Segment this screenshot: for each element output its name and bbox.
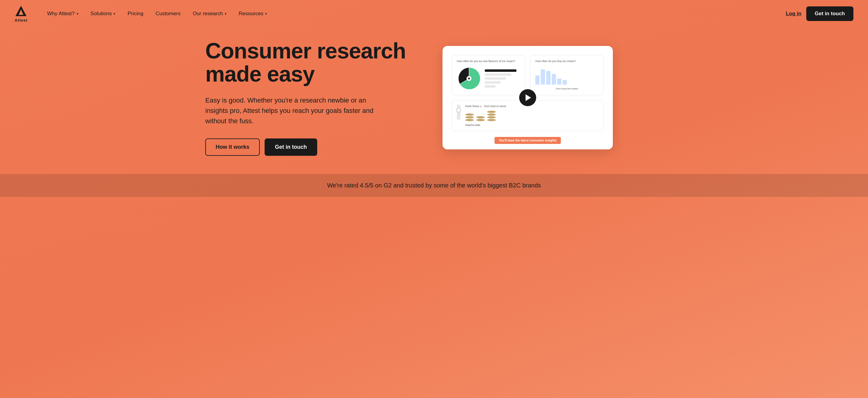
bar-3 [546, 71, 551, 85]
svg-point-3 [468, 78, 470, 80]
how-it-works-button[interactable]: How it works [205, 139, 260, 156]
nav-cta-button[interactable]: Get in touch [806, 6, 854, 21]
question-1: How often do you try new flavours of ice… [457, 60, 520, 63]
bar-6 [563, 80, 567, 85]
chevron-down-icon: ▾ [76, 12, 79, 16]
chevron-down-icon: ▾ [265, 12, 267, 16]
bar-line-selected [485, 69, 517, 72]
play-icon [526, 94, 531, 101]
nav-resources[interactable]: Resources ▾ [234, 8, 272, 19]
hero-title: Consumer research made easy [205, 39, 418, 86]
bar-lines [485, 69, 520, 88]
logo[interactable]: Attest [14, 5, 28, 23]
svg-point-4 [467, 72, 469, 74]
get-in-touch-button[interactable]: Get in touch [265, 139, 317, 156]
login-link[interactable]: Log in [786, 11, 801, 17]
hero-buttons: How it works Get in touch [205, 139, 418, 156]
slider-thumb [456, 108, 461, 113]
question-2: How often do you buy ice cream? [535, 60, 598, 63]
item-label: Matcha latte [465, 124, 598, 127]
rating-text: We're rated 4.5/5 on G2 and trusted by s… [14, 182, 854, 189]
bar-chart-area: Once every few months [535, 66, 598, 90]
nav-links: Why Attest? ▾ Solutions ▾ Pricing Custom… [42, 8, 786, 19]
hero-section: Consumer research made easy Easy is good… [191, 27, 677, 174]
stacked-coins [465, 111, 598, 121]
chevron-down-icon: ▾ [114, 12, 115, 16]
chevron-down-icon: ▾ [225, 12, 226, 16]
hero-content: Consumer research made easy Easy is good… [205, 39, 418, 156]
pie-chart-card: How often do you try new flavours of ice… [452, 55, 525, 95]
bar-line-3 [485, 81, 501, 84]
bar-chart-card: How often do you buy ice cream? Once eve… [530, 55, 604, 95]
hero-subtitle: Easy is good. Whether you're a research … [205, 95, 382, 126]
bar-5 [557, 79, 561, 85]
nav-why-attest[interactable]: Why Attest? ▾ [42, 8, 83, 19]
bar-line-4 [485, 85, 495, 88]
pie-svg [457, 66, 481, 91]
navbar: Attest Why Attest? ▾ Solutions ▾ Pricing… [0, 0, 868, 27]
bar-2 [541, 69, 545, 85]
pie-chart-area [457, 66, 520, 91]
rating-bar: We're rated 4.5/5 on G2 and trusted by s… [0, 174, 868, 197]
play-button[interactable] [519, 89, 536, 106]
attest-logo-icon [15, 5, 27, 17]
hero-visual: How often do you try new flavours of ice… [442, 46, 613, 149]
bars-container [535, 66, 598, 85]
bar-line-2 [485, 77, 506, 80]
bar-line-1 [485, 73, 511, 76]
insight-banner: You'll have the latest consumer insights [495, 137, 561, 144]
slider-control [457, 105, 461, 120]
nav-solutions[interactable]: Solutions ▾ [86, 8, 120, 19]
coin-stack-3 [487, 111, 496, 121]
pie-chart [457, 66, 481, 91]
coin-stack-1 [465, 114, 474, 121]
nav-pricing[interactable]: Pricing [123, 8, 148, 19]
bar-4 [552, 74, 556, 85]
chart-answer-2: Once every few months [535, 88, 598, 90]
bar-1 [535, 75, 539, 85]
nav-right: Log in Get in touch [786, 6, 854, 21]
nav-our-research[interactable]: Our research ▾ [188, 8, 231, 19]
coin-stack-2 [476, 116, 485, 121]
logo-text: Attest [14, 18, 28, 23]
nav-customers[interactable]: Customers [151, 8, 185, 19]
